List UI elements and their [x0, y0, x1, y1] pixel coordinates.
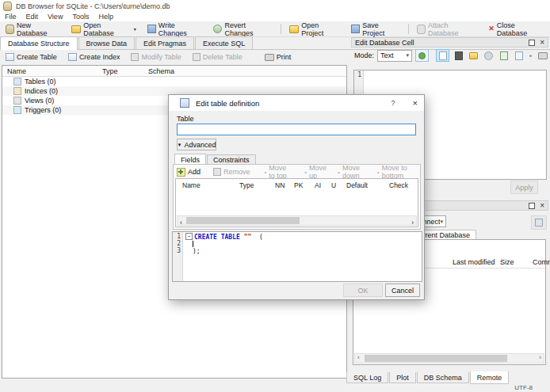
col-name[interactable]: Name — [182, 181, 201, 189]
filled-page-icon — [455, 51, 463, 60]
tab-edit-pragmas[interactable]: Edit Pragmas — [136, 36, 194, 49]
views-icon — [13, 97, 21, 105]
text-cursor — [193, 241, 193, 247]
tab-execute-sql[interactable]: Execute SQL — [195, 36, 253, 49]
close-panel-icon[interactable]: × — [540, 203, 544, 209]
cancel-button[interactable]: Cancel — [385, 284, 420, 297]
save-cell-button[interactable] — [513, 50, 525, 61]
code-fold-icon[interactable] — [185, 233, 193, 240]
menu-tools[interactable]: Tools — [67, 13, 94, 21]
print-cell-button[interactable] — [537, 50, 548, 61]
export-button[interactable] — [498, 50, 510, 61]
close-database-button[interactable]: ✕ Close Database — [483, 22, 550, 36]
create-table-button[interactable]: Create Table — [0, 51, 63, 64]
col-nn[interactable]: NN — [275, 181, 285, 189]
null-button[interactable] — [528, 50, 533, 61]
close-panel-icon[interactable]: × — [540, 40, 544, 46]
save-project-button[interactable]: Save Project — [346, 22, 406, 36]
scrollbar-thumb[interactable] — [186, 217, 300, 224]
tab-remote[interactable]: Remote — [470, 371, 510, 384]
col-default[interactable]: Default — [346, 181, 368, 189]
main-toolbar: New Database Open Database ▾ Write Chang… — [0, 21, 550, 37]
sql-gutter: 1 2 3 — [173, 232, 183, 281]
tree-row-label: Views (0) — [25, 97, 54, 105]
float-panel-icon[interactable] — [529, 40, 535, 46]
tab-sql-log[interactable]: SQL Log — [346, 372, 388, 383]
tab-browse-data[interactable]: Browse Data — [78, 36, 136, 49]
ok-button[interactable]: OK — [343, 284, 383, 297]
move-to-top-button[interactable]: • Move to top — [265, 164, 294, 180]
tab-plot[interactable]: Plot — [389, 372, 416, 383]
scroll-right-icon[interactable]: › — [411, 219, 414, 226]
table-name-input[interactable] — [177, 124, 416, 135]
fields-table-hscrollbar[interactable]: ‹ › — [177, 215, 417, 226]
status-bar: UTF-8 — [0, 383, 550, 392]
remote-list-hscrollbar[interactable]: ‹ › — [354, 353, 544, 363]
create-table-icon — [6, 53, 14, 61]
col-ai[interactable]: AI — [315, 181, 321, 189]
encoding-indicator[interactable]: UTF-8 — [514, 384, 533, 391]
dialog-close-button[interactable]: × — [413, 100, 418, 106]
delete-table-button[interactable]: Delete Table — [187, 51, 248, 64]
attach-database-button[interactable]: Attach Database — [411, 22, 483, 36]
remove-field-button[interactable]: Remove — [213, 168, 250, 176]
binary-page-button[interactable] — [453, 50, 464, 61]
column-size[interactable]: Size — [500, 258, 514, 266]
toolbar-separator — [281, 24, 281, 34]
menu-help[interactable]: Help — [94, 13, 118, 21]
fields-table[interactable]: Name Type NN PK AI U Default Check ‹ › — [175, 178, 418, 227]
sql-preview[interactable]: 1 2 3 CREATE TABLE "" ( ); — [172, 231, 422, 282]
auto-mode-toggle[interactable] — [415, 49, 429, 62]
tree-column-schema[interactable]: Schema — [148, 67, 174, 75]
add-field-button[interactable]: Add — [177, 168, 201, 177]
move-to-bottom-button[interactable]: • Move to bottom — [377, 164, 414, 180]
write-changes-icon — [147, 25, 156, 33]
tree-column-type[interactable]: Type — [102, 67, 118, 75]
print-button[interactable]: Print — [259, 51, 297, 64]
tree-column-name[interactable]: Name — [7, 67, 26, 75]
write-changes-label: Write Changes — [159, 21, 203, 37]
create-index-button[interactable]: Create Index — [63, 51, 126, 64]
col-check[interactable]: Check — [389, 181, 408, 189]
write-changes-button[interactable]: Write Changes — [142, 22, 208, 36]
scroll-left-icon[interactable]: ‹ — [357, 354, 360, 362]
edit-cell-dock-title: Edit Database Cell — [355, 39, 414, 47]
revert-changes-button[interactable]: Revert Changes — [208, 22, 278, 36]
dialog-help-button[interactable]: ? — [391, 99, 395, 107]
advanced-toggle-button[interactable]: ▼ Advanced — [177, 139, 216, 150]
new-database-button[interactable]: New Database — [0, 22, 66, 36]
menu-edit[interactable]: Edit — [21, 13, 44, 21]
tab-db-schema[interactable]: DB Schema — [417, 372, 469, 383]
scrollbar-thumb[interactable] — [365, 355, 507, 362]
open-database-button[interactable]: Open Database ▾ — [66, 22, 142, 36]
modify-table-button[interactable]: Modify Table — [125, 51, 186, 64]
open-external-button[interactable] — [483, 50, 495, 61]
remote-action-button[interactable] — [531, 215, 547, 230]
scroll-right-icon[interactable]: › — [539, 354, 541, 362]
move-to-top-label: Move to top — [269, 164, 293, 180]
printer-icon — [538, 52, 548, 59]
col-type[interactable]: Type — [239, 181, 254, 189]
export-page-icon — [500, 51, 508, 60]
open-project-button[interactable]: Open Project — [284, 22, 346, 36]
col-pk[interactable]: PK — [294, 181, 303, 189]
menu-file[interactable]: File — [0, 13, 21, 21]
move-up-button[interactable]: • Move up — [304, 164, 327, 180]
tree-header[interactable]: Name Type Schema — [2, 66, 346, 77]
mode-select[interactable]: Text ▾ — [377, 50, 412, 62]
dialog-title-bar: Edit table definition ? × — [169, 95, 424, 111]
import-button[interactable] — [468, 50, 479, 61]
column-commit[interactable]: Commit — [533, 258, 550, 266]
tab-database-structure[interactable]: Database Structure — [0, 36, 78, 50]
open-database-dropdown-caret-icon[interactable]: ▾ — [134, 26, 136, 32]
text-page-button[interactable] — [436, 49, 449, 62]
tree-row-tables[interactable]: Tables (0) — [2, 77, 346, 86]
scroll-left-icon[interactable]: ‹ — [180, 219, 182, 226]
col-u[interactable]: U — [331, 181, 336, 189]
menu-view[interactable]: View — [43, 13, 67, 21]
float-panel-icon[interactable] — [529, 203, 535, 209]
column-last-modified[interactable]: Last modified — [453, 258, 495, 266]
apply-button[interactable]: Apply — [510, 181, 538, 194]
move-down-button[interactable]: • Move down — [338, 164, 366, 180]
move-down-icon: • — [338, 169, 340, 176]
